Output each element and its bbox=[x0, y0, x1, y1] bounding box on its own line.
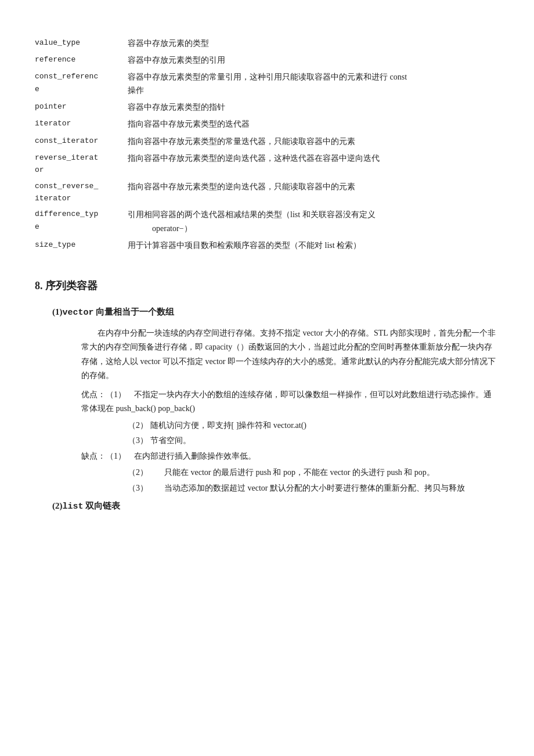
table-row: const_reverse_iterator 指向容器中存放元素类型的逆向迭代器… bbox=[35, 178, 499, 207]
dis3: （3） 当动态添加的数据超过 vector 默认分配的大小时要进行整体的重新分配… bbox=[128, 481, 499, 496]
table-row: pointer 容器中存放元素类型的指针 bbox=[35, 99, 499, 116]
vector-code: vector bbox=[63, 308, 94, 318]
desc-difference-type: 引用相同容器的两个迭代器相减结果的类型（list 和关联容器没有定义 opera… bbox=[128, 206, 499, 236]
dis-label: 缺点：（1） bbox=[81, 452, 134, 460]
term-difference-type: difference_type bbox=[35, 206, 128, 236]
dis1-text: 在内部进行插入删除操作效率低。 bbox=[134, 452, 256, 460]
term-const-iterator: const_iterator bbox=[35, 133, 128, 150]
table-row: reverse_iterator 指向容器中存放元素类型的逆向迭代器，这种迭代器… bbox=[35, 150, 499, 178]
desc-pointer: 容器中存放元素类型的指针 bbox=[128, 99, 499, 116]
desc-const-reverse-iterator: 指向容器中存放元素类型的逆向迭代器，只能读取容器中的元素 bbox=[128, 178, 499, 207]
table-row: const_reference 容器中存放元素类型的常量引用，这种引用只能读取容… bbox=[35, 69, 499, 99]
term-reverse-iterator: reverse_iterator bbox=[35, 150, 128, 178]
disadvantages-section: 缺点：（1） 在内部进行插入删除操作效率低。 bbox=[81, 449, 499, 464]
adv2: （2） 随机访问方便，即支持[ ]操作符和 vector.at() bbox=[128, 419, 499, 433]
table-row: iterator 指向容器中存放元素类型的迭代器 bbox=[35, 116, 499, 132]
vector-heading-suffix: 向量相当于一个数组 bbox=[94, 307, 175, 316]
table-row: const_iterator 指向容器中存放元素类型的常量迭代器，只能读取容器中… bbox=[35, 133, 499, 150]
table-row: reference 容器中存放元素类型的引用 bbox=[35, 52, 499, 69]
adv1-text: 不指定一块内存大小的数组的连续存储，即可以像数组一样操作，但可以对此数组进行动态… bbox=[81, 390, 492, 413]
desc-size-type: 用于计算容器中项目数和检索顺序容器的类型（不能对 list 检索） bbox=[128, 237, 499, 254]
desc-reverse-iterator: 指向容器中存放元素类型的逆向迭代器，这种迭代器在容器中逆向迭代 bbox=[128, 150, 499, 178]
desc-value-type: 容器中存放元素的类型 bbox=[128, 35, 499, 52]
term-const-reference: const_reference bbox=[35, 69, 128, 99]
list-heading: (2)list 双向链表 bbox=[52, 499, 499, 514]
term-size-type: size_type bbox=[35, 237, 128, 254]
dis2: （2） 只能在 vector 的最后进行 push 和 pop，不能在 vect… bbox=[128, 466, 499, 480]
term-const-reverse-iterator: const_reverse_iterator bbox=[35, 178, 128, 207]
list-heading-prefix: (2) bbox=[52, 501, 63, 510]
desc-reference: 容器中存放元素类型的引用 bbox=[128, 52, 499, 69]
term-value-type: value_type bbox=[35, 35, 128, 52]
table-row: value_type 容器中存放元素的类型 bbox=[35, 35, 499, 52]
vector-heading-prefix: (1) bbox=[52, 307, 63, 316]
desc-const-iterator: 指向容器中存放元素类型的常量迭代器，只能读取容器中的元素 bbox=[128, 133, 499, 150]
section-8: 8. 序列类容器 (1)vector 向量相当于一个数组 在内存中分配一块连续的… bbox=[35, 277, 499, 514]
type-definitions: value_type 容器中存放元素的类型 reference 容器中存放元素类… bbox=[35, 35, 499, 254]
term-iterator: iterator bbox=[35, 116, 128, 132]
term-pointer: pointer bbox=[35, 99, 128, 116]
table-row: size_type 用于计算容器中项目数和检索顺序容器的类型（不能对 list … bbox=[35, 237, 499, 254]
vector-heading: (1)vector 向量相当于一个数组 bbox=[52, 305, 499, 321]
vector-para1: 在内存中分配一块连续的内存空间进行存储。支持不指定 vector 大小的存储。S… bbox=[81, 326, 499, 383]
term-reference: reference bbox=[35, 52, 128, 69]
list-code: list bbox=[63, 502, 84, 512]
section-8-heading: 8. 序列类容器 bbox=[35, 277, 499, 295]
advantages-section: 优点：（1） 不指定一块内存大小的数组的连续存储，即可以像数组一样操作，但可以对… bbox=[81, 388, 499, 416]
adv-label: 优点：（1） bbox=[81, 390, 134, 399]
desc-iterator: 指向容器中存放元素类型的迭代器 bbox=[128, 116, 499, 132]
list-heading-suffix: 双向链表 bbox=[84, 501, 121, 510]
definitions-table: value_type 容器中存放元素的类型 reference 容器中存放元素类… bbox=[35, 35, 499, 254]
desc-const-reference: 容器中存放元素类型的常量引用，这种引用只能读取容器中的元素和进行 const操作 bbox=[128, 69, 499, 99]
adv3: （3） 节省空间。 bbox=[128, 434, 499, 448]
table-row: difference_type 引用相同容器的两个迭代器相减结果的类型（list… bbox=[35, 206, 499, 236]
